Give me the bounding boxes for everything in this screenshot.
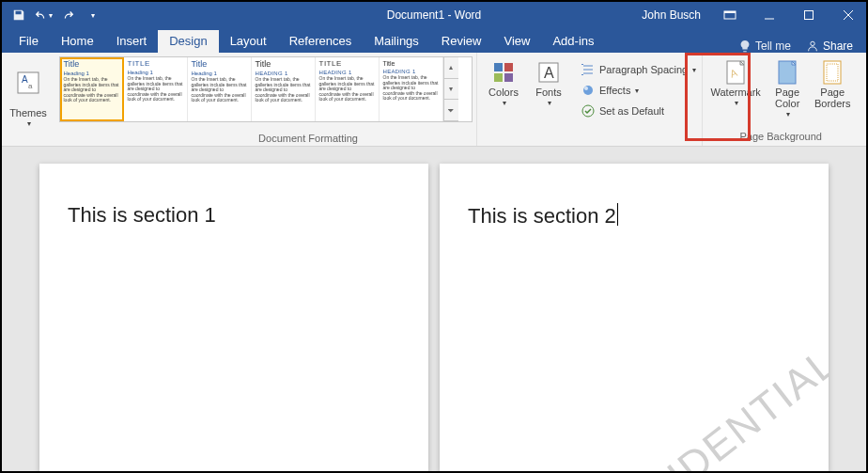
undo-button[interactable]: ▾ (32, 5, 54, 25)
tell-me-label: Tell me (755, 39, 791, 53)
tab-addins[interactable]: Add-ins (541, 30, 605, 53)
svg-text:A: A (22, 74, 28, 85)
paragraph-spacing-label: Paragraph Spacing (599, 64, 688, 75)
gallery-expand[interactable]: ⏷ (444, 100, 458, 121)
page-color-label: Page Color (767, 87, 808, 109)
style-preview[interactable]: Title HEADING 1 On the Insert tab, the g… (252, 57, 316, 121)
document-area: This is section 1 This is section 2 CONF… (2, 147, 866, 471)
close-button[interactable] (829, 2, 868, 28)
chevron-down-icon: ▾ (692, 66, 696, 74)
themes-label: Themes (9, 107, 47, 118)
tab-insert[interactable]: Insert (105, 30, 159, 53)
tab-view[interactable]: View (492, 30, 541, 53)
document-title: Document1 - Word (387, 8, 481, 22)
chevron-down-icon: ▾ (27, 120, 31, 129)
set-default-label: Set as Default (599, 105, 664, 117)
minimize-button[interactable] (750, 2, 789, 28)
themes-button[interactable]: Aa Themes ▾ (8, 56, 49, 129)
chevron-down-icon: ▾ (548, 100, 551, 108)
svg-text:a: a (28, 82, 33, 90)
watermark-button[interactable]: A Watermark ▾ (708, 56, 763, 108)
svg-rect-2 (805, 11, 814, 20)
svg-point-14 (584, 87, 588, 90)
page-2-text: This is section 2 (468, 204, 616, 228)
ribbon: Aa Themes ▾ Title Heading 1 On the Inser… (2, 53, 866, 147)
page-2[interactable]: This is section 2 CONFIDENTIAL (440, 164, 829, 471)
gallery-scroll-down[interactable]: ▾ (444, 79, 458, 101)
style-preview[interactable]: Title Heading 1 On the Insert tab, the g… (188, 57, 252, 121)
watermark-text: CONFIDENTIAL (561, 339, 829, 471)
gallery-scroll-up[interactable]: ▴ (444, 57, 458, 79)
chevron-down-icon: ▾ (786, 111, 790, 119)
checkmark-icon (581, 103, 596, 118)
set-default-button[interactable]: Set as Default (581, 102, 696, 120)
svg-text:A: A (544, 65, 554, 81)
tab-design[interactable]: Design (158, 30, 218, 53)
page-1-text: This is section 1 (68, 203, 216, 227)
save-button[interactable] (8, 5, 30, 25)
effects-button[interactable]: Effects ▾ (581, 81, 696, 100)
themes-icon: Aa (10, 60, 46, 105)
style-preview[interactable]: TITLE Heading 1 On the Insert tab, the g… (124, 57, 188, 121)
colors-label: Colors (488, 87, 519, 98)
style-preview[interactable]: Title Heading 1 On the Insert tab, the g… (60, 57, 124, 121)
tab-references[interactable]: References (278, 30, 363, 53)
fonts-button[interactable]: A Fonts ▾ (528, 56, 569, 108)
share-icon (806, 39, 819, 53)
effects-label: Effects (599, 85, 630, 96)
tab-file[interactable]: File (8, 30, 50, 53)
watermark-icon: A (723, 60, 748, 85)
svg-rect-8 (504, 63, 513, 71)
page-borders-icon (820, 60, 845, 85)
svg-rect-10 (504, 73, 513, 82)
group-label-formatting: Document Formatting (101, 133, 515, 144)
redo-button[interactable] (56, 5, 79, 25)
style-gallery[interactable]: Title Heading 1 On the Insert tab, the g… (59, 56, 473, 122)
ribbon-display-button[interactable] (710, 2, 750, 28)
chevron-down-icon: ▾ (635, 87, 639, 95)
tab-home[interactable]: Home (50, 30, 105, 53)
colors-button[interactable]: Colors ▾ (483, 56, 524, 108)
share-button[interactable]: Share (806, 39, 853, 53)
tab-mailings[interactable]: Mailings (363, 30, 430, 53)
fonts-icon: A (536, 60, 561, 85)
paragraph-spacing-icon (581, 62, 596, 77)
user-name[interactable]: John Busch (642, 8, 701, 22)
chevron-down-icon: ▾ (735, 100, 738, 108)
paragraph-spacing-button[interactable]: Paragraph Spacing ▾ (581, 60, 696, 79)
watermark-label: Watermark (711, 87, 761, 98)
svg-point-3 (811, 41, 814, 45)
qat-customize-button[interactable]: ▾ (81, 5, 103, 25)
share-label: Share (823, 39, 853, 53)
page-1[interactable]: This is section 1 (39, 164, 428, 471)
maximize-button[interactable] (789, 2, 829, 28)
svg-rect-9 (494, 73, 503, 82)
style-preview[interactable]: TITLE HEADING 1 On the Insert tab, the g… (316, 57, 380, 121)
svg-rect-1 (724, 11, 736, 13)
chevron-down-icon: ▾ (503, 100, 506, 108)
tab-layout[interactable]: Layout (219, 30, 278, 53)
colors-icon (491, 60, 516, 85)
svg-rect-7 (494, 63, 503, 71)
text-cursor (617, 203, 618, 226)
lightbulb-icon (738, 39, 752, 53)
ribbon-tabs: File Home Insert Design Layout Reference… (2, 28, 866, 53)
svg-point-13 (583, 86, 593, 95)
page-color-icon (775, 60, 799, 85)
titlebar: ▾ ▾ Document1 - Word John Busch (2, 2, 866, 28)
page-borders-label: Page Borders (812, 87, 853, 109)
fonts-label: Fonts (535, 87, 562, 98)
group-label-page-background: Page Background (708, 131, 853, 144)
quick-access-toolbar: ▾ ▾ (2, 5, 103, 25)
page-borders-button[interactable]: Page Borders (812, 56, 853, 109)
effects-icon (581, 83, 596, 98)
tab-review[interactable]: Review (430, 30, 493, 53)
style-preview[interactable]: Title HEADING 1 On the Insert tab, the g… (380, 57, 443, 121)
tell-me-search[interactable]: Tell me (738, 39, 791, 53)
page-color-button[interactable]: Page Color ▾ (767, 56, 808, 119)
chevron-down-icon: ▾ (49, 11, 53, 20)
